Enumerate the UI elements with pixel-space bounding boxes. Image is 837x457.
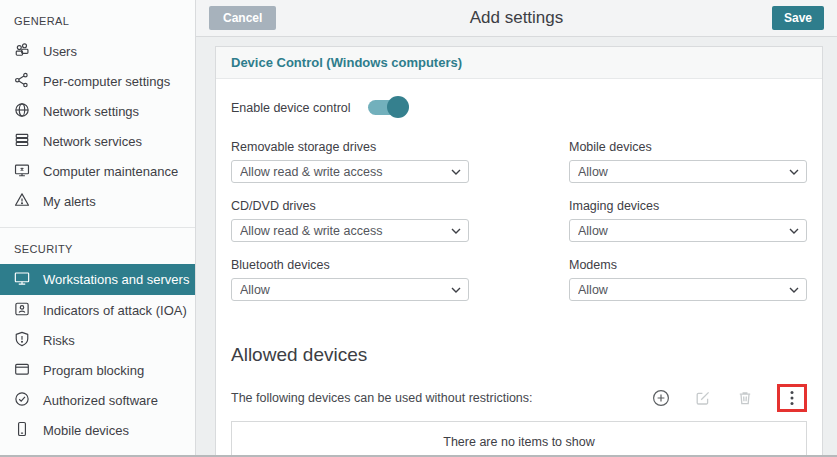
sidebar-item-mobile-devices[interactable]: Mobile devices — [0, 415, 195, 445]
delete-icon[interactable] — [735, 388, 755, 408]
authorized-software-icon — [13, 390, 31, 411]
program-blocking-icon — [13, 360, 31, 381]
sidebar-item-authorized-software[interactable]: Authorized software — [0, 385, 195, 415]
allowed-devices-toolbar — [651, 384, 807, 412]
sidebar-item-users[interactable]: Users — [0, 36, 195, 66]
cd-dvd-drives-select[interactable]: Allow read & write access — [231, 219, 469, 242]
sidebar-item-risks[interactable]: Risks — [0, 325, 195, 355]
sidebar-item-workstations-and-servers[interactable]: Workstations and servers — [0, 264, 195, 295]
field-removable-storage-drives: Removable storage drives Allow read & wr… — [231, 140, 469, 183]
sidebar-item-label: Workstations and servers — [43, 272, 189, 287]
field-label: CD/DVD drives — [231, 199, 469, 213]
sidebar-item-network-services[interactable]: Network services — [0, 126, 195, 156]
field-label: Removable storage drives — [231, 140, 469, 154]
more-options-icon[interactable] — [785, 389, 799, 407]
field-label: Bluetooth devices — [231, 258, 469, 272]
sidebar-item-my-alerts[interactable]: My alerts — [0, 186, 195, 216]
sidebar-item-per-computer-settings[interactable]: Per-computer settings — [0, 66, 195, 96]
field-bluetooth-devices: Bluetooth devices Allow — [231, 258, 469, 301]
sidebar-item-label: Users — [43, 44, 77, 59]
sidebar-item-program-blocking[interactable]: Program blocking — [0, 355, 195, 385]
computer-maintenance-icon — [13, 161, 31, 182]
sidebar-item-computer-maintenance[interactable]: Computer maintenance — [0, 156, 195, 186]
enable-device-control-label: Enable device control — [231, 101, 351, 115]
mobile-devices-select[interactable]: Allow — [569, 160, 807, 183]
sidebar-section-security: SECURITY — [0, 228, 195, 264]
network-settings-icon — [13, 101, 31, 122]
modems-select[interactable]: Allow — [569, 278, 807, 301]
bluetooth-devices-select[interactable]: Allow — [231, 278, 469, 301]
sidebar-item-label: Computer maintenance — [43, 164, 178, 179]
save-button[interactable]: Save — [772, 6, 824, 30]
highlight-box — [777, 384, 807, 412]
card-body: Enable device control Removable storage … — [216, 100, 822, 455]
allowed-devices-description: The following devices can be used withou… — [231, 391, 533, 405]
allowed-devices-list[interactable]: There are no items to show — [231, 421, 807, 455]
allowed-devices-toolbar-row: The following devices can be used withou… — [231, 384, 807, 412]
my-alerts-icon — [13, 191, 31, 212]
sidebar-item-label: Risks — [43, 333, 75, 348]
field-label: Imaging devices — [569, 199, 807, 213]
cancel-button[interactable]: Cancel — [209, 6, 276, 30]
network-services-icon — [13, 131, 31, 152]
ioa-icon — [13, 300, 31, 321]
add-settings-screen: GENERAL Users Per-computer settings — [0, 0, 837, 457]
field-imaging-devices: Imaging devices Allow — [569, 199, 807, 242]
add-icon[interactable] — [651, 388, 671, 408]
toggle-knob — [387, 96, 409, 118]
device-permission-fields: Removable storage drives Allow read & wr… — [231, 140, 807, 317]
field-label: Modems — [569, 258, 807, 272]
field-modems: Modems Allow — [569, 258, 807, 301]
sidebar-item-indicators-of-attack[interactable]: Indicators of attack (IOA) — [0, 295, 195, 325]
removable-storage-drives-select[interactable]: Allow read & write access — [231, 160, 469, 183]
device-control-card: Device Control (Windows computers) Enabl… — [215, 46, 823, 455]
sidebar-item-label: Authorized software — [43, 393, 158, 408]
risks-icon — [13, 330, 31, 351]
sidebar-item-label: Network services — [43, 134, 142, 149]
allowed-devices-title: Allowed devices — [231, 344, 807, 366]
field-cd-dvd-drives: CD/DVD drives Allow read & write access — [231, 199, 469, 242]
main-area: Cancel Add settings Save Device Control … — [196, 0, 837, 455]
enable-device-control-row: Enable device control — [231, 100, 807, 115]
field-label: Mobile devices — [569, 140, 807, 154]
empty-list-message: There are no items to show — [443, 435, 594, 449]
enable-device-control-toggle[interactable] — [368, 100, 405, 115]
page-title: Add settings — [470, 8, 564, 28]
card-section-title: Device Control (Windows computers) — [216, 47, 822, 79]
per-computer-settings-icon — [13, 71, 31, 92]
users-icon — [13, 41, 31, 62]
edit-icon[interactable] — [693, 388, 713, 408]
sidebar-item-label: Per-computer settings — [43, 74, 170, 89]
sidebar-item-label: Program blocking — [43, 363, 144, 378]
workstations-icon — [13, 269, 31, 290]
mobile-devices-icon — [13, 420, 31, 441]
topbar: Cancel Add settings Save — [196, 0, 837, 37]
sidebar-section-general: GENERAL — [0, 0, 195, 36]
sidebar: GENERAL Users Per-computer settings — [0, 0, 196, 455]
imaging-devices-select[interactable]: Allow — [569, 219, 807, 242]
sidebar-item-network-settings[interactable]: Network settings — [0, 96, 195, 126]
sidebar-item-label: Mobile devices — [43, 423, 129, 438]
sidebar-item-label: My alerts — [43, 194, 96, 209]
field-mobile-devices: Mobile devices Allow — [569, 140, 807, 183]
sidebar-item-label: Indicators of attack (IOA) — [43, 303, 187, 318]
sidebar-item-label: Network settings — [43, 104, 139, 119]
